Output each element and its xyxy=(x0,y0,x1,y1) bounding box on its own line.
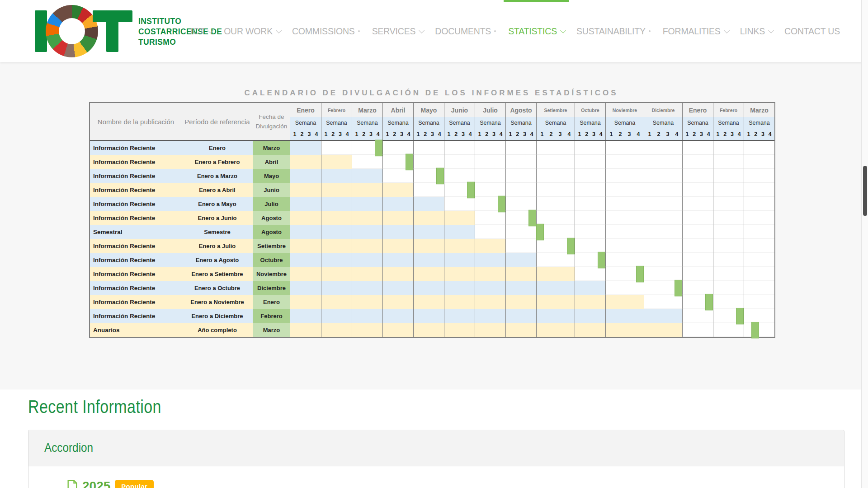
divulgation-week-marker xyxy=(751,322,759,338)
gantt-cell xyxy=(382,309,413,323)
month-column-header: AgostoSemana1234 xyxy=(505,103,536,140)
divulgation-week-marker xyxy=(436,168,444,184)
nav-item-ict[interactable]: ICT xyxy=(190,0,212,62)
calendar-row-labels: Información RecienteEnero a NoviembreEne… xyxy=(90,295,290,309)
week-numbers: 1234 xyxy=(537,129,575,140)
calendar-gantt-row xyxy=(290,155,774,169)
calendar-title: CALENDARIO DE DIVULGACIÓN DE LOS INFORME… xyxy=(89,89,774,98)
nav-link[interactable]: OUR WORK xyxy=(224,26,280,37)
main-navigation: ICTOUR WORKCOMMISSIONSSERVICESDOCUMENTSS… xyxy=(190,0,840,62)
month-label: Febrero xyxy=(321,103,352,117)
gantt-cell xyxy=(536,155,575,169)
calendar-row-labels: Información RecienteEnero a SetiembreNov… xyxy=(90,267,290,281)
nav-item-formalities[interactable]: FORMALITIES xyxy=(663,0,728,62)
gantt-cell xyxy=(290,295,321,309)
gantt-cell xyxy=(682,225,713,239)
gantt-cell xyxy=(352,253,382,267)
gantt-cell xyxy=(575,267,605,281)
publication-name: Anuarios xyxy=(90,323,182,337)
gantt-cell xyxy=(536,141,575,155)
gantt-cell xyxy=(605,253,644,267)
gantt-cell xyxy=(744,295,774,309)
semana-label: Semana xyxy=(713,117,744,128)
week-numbers: 1234 xyxy=(606,129,644,140)
document-icon xyxy=(67,480,78,488)
nav-link[interactable]: SERVICES xyxy=(372,26,423,37)
divulgation-date: Diciembre xyxy=(253,281,290,295)
nav-link[interactable]: STATISTICS xyxy=(508,26,564,37)
nav-item-commissions[interactable]: COMMISSIONS xyxy=(292,0,360,62)
gantt-cell xyxy=(682,211,713,225)
week-numbers: 1234 xyxy=(383,129,413,140)
gantt-cell xyxy=(444,323,475,337)
nav-link[interactable]: ICT xyxy=(190,26,212,37)
calendar-gantt-row xyxy=(290,295,774,309)
gantt-cell xyxy=(352,183,382,197)
month-label: Enero xyxy=(683,103,713,117)
gantt-cell xyxy=(475,183,505,197)
nav-link[interactable]: SUSTAINABILITY xyxy=(576,26,651,37)
nav-item-our-work[interactable]: OUR WORK xyxy=(224,0,280,62)
chevron-down-icon xyxy=(768,28,774,33)
divulgation-date: Julio xyxy=(253,197,290,211)
publication-name: Información Reciente xyxy=(90,281,182,295)
gantt-cell xyxy=(605,155,644,169)
reference-period: Enero a Febrero xyxy=(182,155,253,169)
semana-label: Semana xyxy=(744,117,774,128)
gantt-cell xyxy=(290,197,321,211)
publication-name: Información Reciente xyxy=(90,141,182,155)
divulgation-date: Marzo xyxy=(253,323,290,337)
nav-link[interactable]: COMMISSIONS xyxy=(292,26,360,37)
page-scrollbar[interactable] xyxy=(861,0,868,488)
gantt-cell xyxy=(682,239,713,253)
accordion-header[interactable]: Accordion xyxy=(28,430,844,466)
gantt-cell xyxy=(475,309,505,323)
gantt-cell xyxy=(713,155,744,169)
dot-separator-icon xyxy=(358,30,360,32)
month-label: Marzo xyxy=(352,103,382,117)
scrollbar-thumb[interactable] xyxy=(863,166,867,216)
nav-item-statistics[interactable]: STATISTICS xyxy=(508,0,564,62)
reference-period: Enero a Diciembre xyxy=(182,309,253,323)
semana-label: Semana xyxy=(506,117,536,128)
gantt-cell xyxy=(290,239,321,253)
week-numbers: 1234 xyxy=(444,129,475,140)
gantt-cell xyxy=(575,155,605,169)
gantt-cell xyxy=(352,239,382,253)
nav-item-documents[interactable]: DOCUMENTS xyxy=(435,0,496,62)
accordion-year-item[interactable]: 2025 Popular xyxy=(28,466,844,488)
accordion-title: Accordion xyxy=(44,441,93,455)
month-label: Diciembre xyxy=(644,103,682,117)
divulgation-date: Noviembre xyxy=(253,267,290,281)
gantt-cell xyxy=(352,323,382,337)
calendar-gantt-row xyxy=(290,169,774,183)
nav-link[interactable]: DOCUMENTS xyxy=(435,26,496,37)
nav-link[interactable]: FORMALITIES xyxy=(663,26,728,37)
nav-item-contact-us[interactable]: CONTACT US xyxy=(784,0,840,62)
gantt-cell xyxy=(505,281,536,295)
calendar-row-labels: Información RecienteEnero a AbrilJunio xyxy=(90,183,290,197)
nav-item-links[interactable]: LINKS xyxy=(740,0,772,62)
nav-item-sustainability[interactable]: SUSTAINABILITY xyxy=(576,0,651,62)
month-label: Marzo xyxy=(744,103,774,117)
divulgation-week-marker xyxy=(498,196,505,212)
gantt-cell xyxy=(444,253,475,267)
gantt-cell xyxy=(644,141,682,155)
gantt-cell xyxy=(644,155,682,169)
gantt-cell xyxy=(382,197,413,211)
gantt-cell xyxy=(321,295,352,309)
gantt-cell xyxy=(352,197,382,211)
calendar-gantt-row xyxy=(290,239,774,253)
gantt-cell xyxy=(682,197,713,211)
divulgation-week-marker xyxy=(636,266,644,282)
gantt-cell xyxy=(475,295,505,309)
gantt-cell xyxy=(413,183,444,197)
logo-letter-i xyxy=(35,10,47,52)
month-column-header: JunioSemana1234 xyxy=(444,103,475,140)
nav-link[interactable]: LINKS xyxy=(740,26,772,37)
divulgation-date: Agosto xyxy=(253,211,290,225)
gantt-cell xyxy=(644,323,682,337)
nav-item-services[interactable]: SERVICES xyxy=(372,0,423,62)
divulgation-date: Abril xyxy=(253,155,290,169)
nav-link[interactable]: CONTACT US xyxy=(784,26,840,37)
